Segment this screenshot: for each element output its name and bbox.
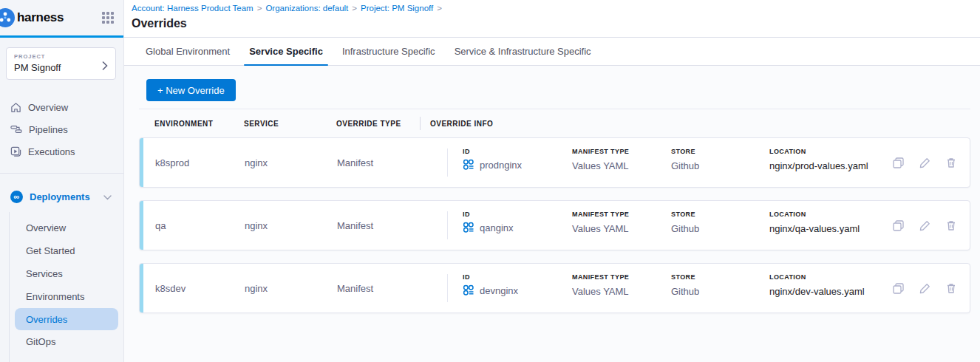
top-loader-bar: [0, 35, 123, 38]
id-value: qanginx: [480, 222, 514, 233]
id-grid-icon: [463, 159, 474, 171]
row-accent-bar: [140, 264, 143, 313]
location-cell: LOCATION nginx/prod-values.yaml: [769, 148, 868, 171]
environment-cell: qa: [155, 201, 166, 250]
breadcrumb-account-link[interactable]: Account: Harness Product Team: [132, 4, 253, 13]
edit-icon[interactable]: [919, 157, 930, 168]
environment-cell: k8sprod: [155, 138, 189, 187]
sidebar-item-get-started[interactable]: Get Started: [0, 239, 123, 262]
row-actions: [893, 138, 956, 187]
sidebar-item-label: Executions: [28, 146, 75, 157]
tab-infrastructure-specific[interactable]: Infrastructure Specific: [337, 38, 440, 65]
new-override-button[interactable]: + New Override: [146, 79, 236, 101]
manifest-type-label: MANIFEST TYPE: [572, 273, 629, 281]
edit-icon[interactable]: [919, 283, 930, 294]
sidebar-item-label: Overview: [28, 102, 68, 113]
executions-icon: [10, 146, 21, 157]
chevron-down-icon: [103, 191, 112, 202]
sidebar-item-label: Deployments: [30, 191, 90, 202]
store-value: Github: [671, 223, 699, 234]
location-value: nginx/dev-values.yaml: [769, 286, 865, 297]
store-cell: STORE Github: [671, 148, 699, 171]
deployments-subnav: Overview Get Started Services Environmen…: [0, 216, 123, 353]
app-grid-icon[interactable]: [102, 12, 114, 24]
breadcrumb-project-link[interactable]: Project: PM Signoff: [361, 4, 433, 13]
edit-icon[interactable]: [919, 220, 930, 231]
store-value: Github: [671, 286, 699, 297]
environment-cell: k8sdev: [155, 264, 186, 313]
row-actions: [893, 201, 956, 250]
subnav-label: Get Started: [26, 245, 75, 256]
row-divider: [447, 274, 448, 302]
location-label: LOCATION: [769, 148, 868, 155]
table-header: ENVIRONMENT SERVICE OVERRIDE TYPE OVERRI…: [139, 109, 970, 137]
row-accent-bar: [140, 138, 143, 187]
override-type-cell: Manifest: [337, 138, 373, 187]
store-cell: STORE Github: [671, 211, 699, 234]
sidebar-item-environments[interactable]: Environments: [0, 285, 123, 308]
column-header-override-info: OVERRIDE INFO: [430, 120, 493, 128]
project-name: PM Signoff: [14, 62, 108, 73]
subnav-label: GitOps: [26, 336, 55, 347]
tab-service-specific[interactable]: Service Specific: [244, 38, 328, 65]
table-row[interactable]: k8sprod nginx Manifest ID prodnginx MANI…: [139, 137, 970, 188]
id-grid-icon: [463, 222, 474, 233]
breadcrumb-org-link[interactable]: Organizations: default: [265, 4, 348, 13]
sidebar-item-pipelines[interactable]: Pipelines: [0, 118, 123, 140]
service-cell: nginx: [245, 201, 268, 250]
subnav-label: Overview: [26, 222, 66, 233]
sidebar-item-label: Pipelines: [29, 124, 68, 135]
column-header-service: SERVICE: [244, 120, 279, 128]
subnav-label: Environments: [26, 291, 84, 302]
home-icon: [10, 102, 21, 113]
overrides-content: + New Override ENVIRONMENT SERVICE OVERR…: [124, 66, 980, 362]
manifest-type-label: MANIFEST TYPE: [572, 211, 629, 218]
table-row[interactable]: qa nginx Manifest ID qanginx MANIFEST TY…: [139, 200, 970, 250]
override-tabs: Global Environment Service Specific Infr…: [124, 38, 980, 66]
project-selector[interactable]: PROJECT PM Signoff: [6, 47, 116, 80]
page-header: Account: Harness Product Team>Organizati…: [124, 0, 980, 38]
logo-text[interactable]: harness: [17, 10, 64, 25]
sidebar-divider: [0, 173, 123, 174]
column-header-override-type: OVERRIDE TYPE: [336, 120, 401, 128]
tab-service-and-infrastructure-specific[interactable]: Service & Infrastructure Specific: [449, 38, 596, 65]
override-type-cell: Manifest: [337, 201, 373, 250]
sidebar-item-deployments[interactable]: ∞ Deployments: [0, 185, 123, 208]
copy-icon[interactable]: [893, 157, 904, 168]
pipelines-icon: [10, 124, 22, 134]
copy-icon[interactable]: [893, 220, 904, 231]
breadcrumb-separator: >: [257, 4, 262, 13]
project-label: PROJECT: [14, 53, 108, 60]
deployments-icon: ∞: [10, 191, 23, 203]
chevron-right-icon: [102, 60, 108, 73]
row-divider: [447, 211, 448, 239]
breadcrumb: Account: Harness Product Team>Organizati…: [132, 4, 980, 13]
sidebar: harness PROJECT PM Signoff Overview Pipe…: [0, 0, 124, 362]
location-cell: LOCATION nginx/qa-values.yaml: [769, 211, 860, 234]
store-label: STORE: [671, 211, 699, 218]
row-divider: [447, 148, 448, 177]
tab-global-environment[interactable]: Global Environment: [140, 38, 235, 65]
sidebar-item-overview[interactable]: Overview: [0, 96, 123, 118]
sidebar-item-gitops[interactable]: GitOps: [0, 330, 123, 353]
id-label: ID: [463, 273, 518, 281]
delete-icon[interactable]: [946, 220, 956, 231]
sidebar-item-services[interactable]: Services: [0, 262, 123, 285]
store-value: Github: [671, 160, 699, 171]
location-value: nginx/prod-values.yaml: [769, 160, 868, 171]
delete-icon[interactable]: [946, 157, 956, 168]
id-cell: ID qanginx: [463, 211, 514, 233]
location-label: LOCATION: [769, 211, 860, 218]
harness-logo-icon: [0, 8, 15, 27]
sidebar-item-overrides[interactable]: Overrides: [15, 308, 118, 330]
sidebar-item-executions[interactable]: Executions: [0, 140, 123, 163]
row-actions: [893, 264, 956, 313]
table-row[interactable]: k8sdev nginx Manifest ID devnginx MANIFE…: [139, 263, 970, 313]
delete-icon[interactable]: [946, 283, 956, 294]
manifest-type-cell: MANIFEST TYPE Values YAML: [572, 273, 629, 297]
service-cell: nginx: [245, 264, 268, 313]
manifest-type-value: Values YAML: [572, 160, 629, 171]
copy-icon[interactable]: [893, 283, 904, 294]
sidebar-item-deployments-overview[interactable]: Overview: [0, 216, 123, 239]
breadcrumb-separator: >: [437, 4, 442, 13]
